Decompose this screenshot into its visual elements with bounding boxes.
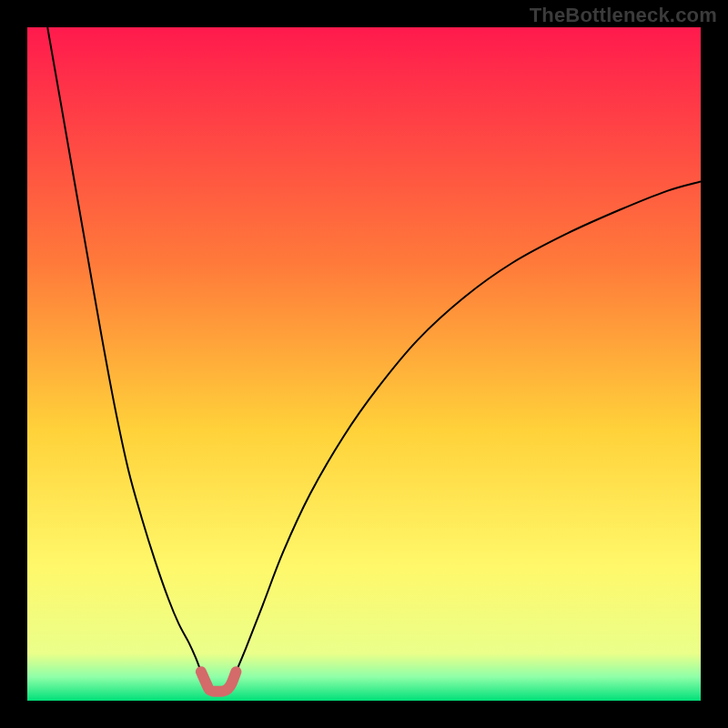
gradient-background [27,27,701,701]
bottleneck-chart [0,0,728,728]
chart-frame: TheBottleneck.com [0,0,728,728]
watermark-text: TheBottleneck.com [530,4,717,27]
